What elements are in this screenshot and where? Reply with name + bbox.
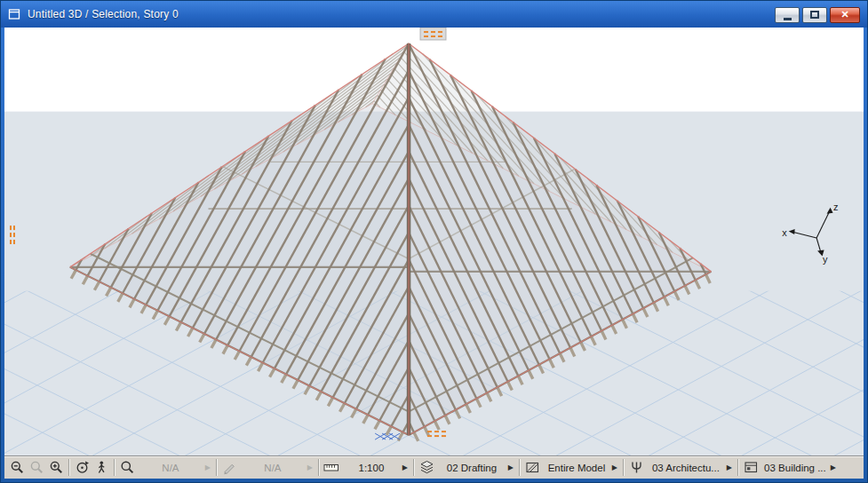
app-window: Untitled 3D / Selection, Story 0 ✕ — [0, 0, 868, 483]
model-view-options-value: 03 Architectu... — [646, 463, 726, 473]
titlebar[interactable]: Untitled 3D / Selection, Story 0 ✕ — [1, 1, 867, 28]
zoom-level-popup-arrow: ▶ — [205, 463, 211, 471]
renovation-filter-icon — [744, 460, 759, 475]
fit-in-window-icon — [120, 460, 135, 475]
zoom-out-icon — [10, 460, 25, 475]
renovation-popup-arrow: ▶ — [831, 463, 836, 471]
close-icon: ✕ — [840, 9, 848, 20]
explore-walk-icon — [94, 460, 109, 475]
separator — [519, 459, 520, 476]
close-button[interactable]: ✕ — [830, 7, 860, 23]
minimize-icon — [784, 18, 792, 20]
mvo-popup-arrow: ▶ — [727, 463, 732, 471]
zoom-out-button[interactable] — [7, 458, 27, 478]
scale-value: 1:100 — [341, 463, 402, 473]
zoom-in-icon — [49, 460, 64, 475]
model-view-options-icon — [629, 460, 644, 475]
pen-set-value: N/A — [239, 463, 307, 473]
layer-combination-control[interactable]: 02 Drafting ▶ — [417, 458, 516, 478]
axis-z-label: z — [833, 202, 838, 212]
separator — [623, 459, 624, 476]
layer-stack-icon — [419, 460, 434, 475]
model-filter-control[interactable]: Entire Model ▶ — [522, 458, 620, 478]
separator — [737, 459, 738, 476]
model-filter-popup-arrow: ▶ — [612, 463, 617, 471]
scroll-marker-top[interactable] — [420, 28, 446, 40]
scale-popup-arrow: ▶ — [402, 463, 408, 471]
minimize-button[interactable] — [775, 7, 800, 23]
zoom-in-button[interactable] — [46, 458, 66, 478]
previous-zoom-button[interactable] — [27, 458, 46, 478]
separator — [413, 459, 414, 476]
layer-combination-value: 02 Drafting — [436, 463, 507, 473]
orbit-icon — [75, 460, 90, 475]
zoom-level-value: N/A — [137, 463, 204, 473]
pen-set-popup-arrow: ▶ — [307, 463, 313, 471]
app-window-icon — [8, 8, 21, 20]
maximize-icon — [810, 11, 819, 19]
layer-popup-arrow: ▶ — [508, 463, 514, 471]
separator — [216, 459, 217, 476]
explore-button[interactable] — [92, 458, 111, 478]
separator — [68, 459, 69, 476]
axis-y-label: y — [823, 254, 828, 265]
viewport-3d[interactable]: z x y — [4, 28, 864, 455]
axis-x-label: x — [782, 227, 787, 238]
model-filter-value: Entire Model — [542, 463, 611, 473]
window-content: z x y — [4, 28, 864, 479]
model-view-options-control[interactable]: 03 Architectu... ▶ — [626, 458, 735, 478]
zoom-level-control[interactable]: N/A ▶ — [117, 458, 213, 478]
scale-control[interactable]: 1:100 ▶ — [322, 458, 410, 478]
renovation-filter-value: 03 Building ... — [760, 463, 830, 473]
viewport-3d-scene: z x y — [4, 28, 864, 455]
renovation-filter-control[interactable]: 03 Building ... ▶ — [741, 458, 839, 478]
previous-zoom-icon — [29, 460, 44, 475]
statusbar: N/A ▶ N/A ▶ — [4, 455, 864, 479]
model-filter-icon — [525, 460, 540, 475]
pen-set-control[interactable]: N/A ▶ — [219, 458, 315, 478]
scale-ruler-icon — [323, 460, 339, 475]
pen-icon — [222, 460, 237, 475]
window-controls: ✕ — [775, 7, 860, 23]
orbit-button[interactable] — [72, 458, 92, 478]
separator — [318, 459, 319, 476]
separator — [114, 459, 115, 476]
window-title: Untitled 3D / Selection, Story 0 — [28, 8, 179, 20]
maximize-button[interactable] — [802, 7, 827, 23]
